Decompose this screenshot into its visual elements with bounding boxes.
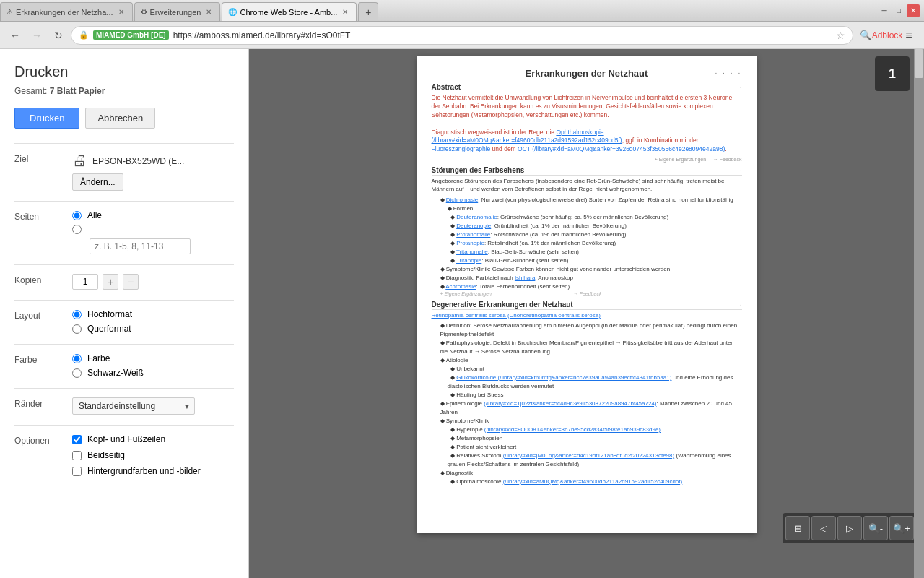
scroll-thumb[interactable]: [915, 49, 923, 78]
new-tab-button[interactable]: +: [358, 2, 378, 21]
menu-icon[interactable]: ≡: [899, 26, 918, 45]
farbe-value: Farbe Schwarz-Weiß: [72, 353, 234, 378]
layout-querformat-option[interactable]: Querformat: [72, 324, 234, 334]
seiten-alle-radio[interactable]: [72, 211, 82, 220]
close-button[interactable]: ✕: [907, 4, 920, 17]
opt-beidseitig-label: Beidseitig: [87, 450, 125, 460]
link-fluoreszenz[interactable]: Fluoreszangiographie: [432, 145, 491, 152]
seiten-custom-input[interactable]: [90, 238, 191, 254]
layout-querformat-radio[interactable]: [72, 324, 82, 334]
layout-querformat-label: Querformat: [87, 324, 131, 334]
divider5: [14, 344, 234, 345]
kopien-row: Kopien + −: [14, 274, 234, 290]
farbe-sw-label: Schwarz-Weiß: [87, 368, 144, 378]
divider1: [14, 143, 234, 144]
bullet-achromasie: ◆ Achromasie: Totale Farbenblindheit (se…: [440, 282, 742, 291]
address-bar[interactable]: 🔒 MIAMED GmbH [DE] https://amboss.miamed…: [71, 26, 853, 45]
tab-erkrankungen[interactable]: ⚠ Erkrankungen der Netzha... ✕: [0, 2, 133, 21]
forward-button[interactable]: →: [27, 26, 46, 45]
bullet-diagnostik: ◆ Diagnostik: Farbtafel nach Ishihara, A…: [440, 274, 742, 282]
org-badge: MIAMED GmbH [DE]: [93, 30, 169, 40]
link-tritanomalie[interactable]: Tritanomalie: [456, 249, 488, 255]
copies-row: + −: [72, 274, 234, 290]
divider2: [14, 201, 234, 202]
minimize-button[interactable]: ─: [878, 4, 891, 17]
tab1-close[interactable]: ✕: [116, 7, 126, 17]
opt-hintergrund-checkbox[interactable]: [72, 467, 82, 476]
tab-erweiterungen[interactable]: ⚙ Erweiterungen ✕: [134, 2, 221, 21]
link-deuteranopie[interactable]: Deuteranopie: [456, 223, 491, 229]
preview-controls: ⊞ ◁ ▷ 🔍- 🔍+: [783, 513, 917, 543]
link-oct[interactable]: OCT (/library#xid=aM0QMg&anker=3926d0745…: [518, 145, 725, 152]
zoom-in-button[interactable]: 🔍+: [889, 516, 914, 540]
link-ishihara[interactable]: Ishihara: [515, 275, 535, 281]
raender-select[interactable]: Standardeinstellung Keine Minimal: [72, 397, 195, 415]
farbe-sw-radio[interactable]: [72, 368, 82, 378]
link-ophthalmoskopie[interactable]: Ophthalmoskopie (/library#xid=aM0QMg&ank…: [432, 129, 622, 144]
opt-beidseitig-option[interactable]: Beidseitig: [72, 450, 234, 460]
preview-scrollbar[interactable]: [914, 49, 924, 578]
raender-select-wrap: Standardeinstellung Keine Minimal ▼: [72, 397, 195, 415]
farbsehen-text: Angeborene Störungen des Farbsehens (ins…: [432, 177, 742, 193]
print-subtitle-value: 7 Blatt Papier: [50, 86, 105, 96]
opt-beidseitig-checkbox[interactable]: [72, 451, 82, 460]
change-printer-button[interactable]: Ändern...: [72, 173, 123, 191]
link-achromasie[interactable]: Achromasie: [445, 283, 476, 290]
scroll-track[interactable]: [914, 49, 924, 578]
layout-hochformat-option[interactable]: Hochformat: [72, 309, 234, 319]
link-dichromasie[interactable]: Dichromasie: [446, 197, 478, 203]
zoom-out-button[interactable]: 🔍-: [863, 516, 888, 540]
printer-name: EPSON-BX525WD (E...: [92, 156, 234, 166]
farbe-farbe-radio[interactable]: [72, 354, 82, 363]
print-button[interactable]: Drucken: [14, 108, 79, 129]
layout-hochformat-radio[interactable]: [72, 310, 82, 319]
copies-input[interactable]: [72, 274, 98, 290]
subbullet-patient: ◆ Patient sieht verkleinert: [448, 443, 742, 452]
bookmark-icon[interactable]: ☆: [836, 30, 845, 41]
fit-page-button[interactable]: ⊞: [785, 516, 810, 540]
link-epidemiologie[interactable]: (/library#xid=1j02zf&anker=5c4d9c3e91530…: [484, 400, 656, 407]
subbullet-tritanopie: ◆ Tritanopie: Blau-Gelb-Blindheit (sehr …: [448, 256, 742, 265]
link-retinopathia[interactable]: Retinopathia centralis serosa (Chorioret…: [432, 312, 601, 319]
cancel-button[interactable]: Abbrechen: [85, 108, 155, 129]
next-page-button[interactable]: ▷: [837, 516, 862, 540]
farbe-farbe-option[interactable]: Farbe: [72, 353, 234, 363]
ziel-label: Ziel: [14, 152, 72, 164]
seiten-custom-option[interactable]: [72, 225, 234, 234]
opt-kopf-checkbox[interactable]: [72, 435, 82, 444]
ziel-row: Ziel 🖨 EPSON-BX525WD (E... Ändern...: [14, 152, 234, 191]
farbe-sw-option[interactable]: Schwarz-Weiß: [72, 368, 234, 378]
link-ophthalmoskopie2[interactable]: (/library#xid=aM0QMg&anker=f49600db211a2…: [503, 478, 683, 485]
raender-row: Ränder Standardeinstellung Keine Minimal…: [14, 397, 234, 415]
subbullet-deuteranopie: ◆ Deuteranopie: Grünblindheit (ca. 1% de…: [448, 222, 742, 230]
tab3-close[interactable]: ✕: [340, 7, 350, 17]
extensions-icon[interactable]: Adblock: [878, 26, 897, 45]
maximize-button[interactable]: □: [892, 4, 905, 17]
seiten-alle-option[interactable]: Alle: [72, 210, 234, 220]
tab2-close[interactable]: ✕: [204, 7, 214, 17]
link-protanomalie[interactable]: Protanomalie: [456, 231, 490, 238]
prev-page-button[interactable]: ◁: [811, 516, 836, 540]
bullet-diagnostik2: ◆ Diagnostik: [440, 469, 742, 478]
copies-minus-button[interactable]: −: [123, 274, 139, 290]
tab1-icon: ⚠: [6, 8, 13, 16]
link-glukokortikoide[interactable]: Glukokortikoide (/library#xid=km0mfg&ank…: [456, 374, 671, 381]
copies-plus-button[interactable]: +: [103, 274, 118, 290]
tab-chrome-webstore[interactable]: 🌐 Chrome Web Store - Amb... ✕: [222, 2, 357, 21]
bullet-epidemiologie: ◆ Epidemiologie (/library#xid=1j02zf&ank…: [440, 400, 742, 417]
link-skotom[interactable]: (/library#xid=jM0_og&anker=d4c19df121ab8…: [503, 452, 675, 459]
section-degenerativ-dot: .: [740, 301, 741, 307]
link-protanopie[interactable]: Protanopie: [456, 240, 484, 246]
opt-hintergrund-option[interactable]: Hintergrundfarben und -bilder: [72, 466, 234, 476]
link-tritanopie[interactable]: Tritanopie: [456, 257, 481, 264]
tab3-icon: 🌐: [228, 8, 237, 16]
farbe-row: Farbe Farbe Schwarz-Weiß: [14, 353, 234, 378]
opt-kopf-option[interactable]: Kopf- und Fußzeilen: [72, 434, 234, 444]
reload-button[interactable]: ↻: [49, 26, 68, 45]
back-button[interactable]: ←: [6, 26, 25, 45]
doc-dots: · · · ·: [715, 68, 741, 78]
seiten-custom-radio[interactable]: [72, 225, 82, 234]
tab3-label: Chrome Web Store - Amb...: [240, 8, 337, 17]
link-hyperopie[interactable]: (/library#xid=8O0O8T&anker=8b7be95cd2a34…: [484, 426, 661, 433]
link-deuteranomalie1[interactable]: Deuteranomalie: [456, 214, 497, 220]
